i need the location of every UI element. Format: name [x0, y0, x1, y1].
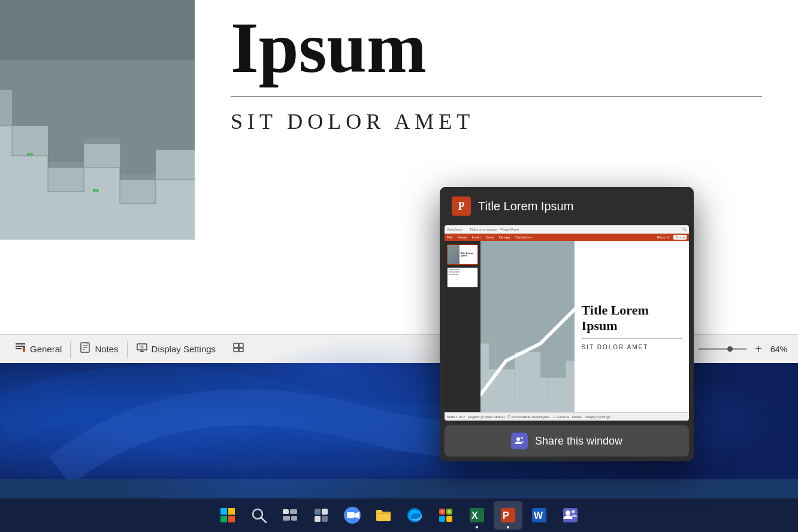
- svg-rect-51: [322, 509, 328, 515]
- svg-line-44: [261, 518, 266, 522]
- svg-rect-66: [448, 510, 451, 513]
- taskbar-icon-word[interactable]: W: [525, 501, 554, 530]
- svg-rect-48: [291, 516, 297, 521]
- excel-icon: X: [467, 506, 486, 525]
- slide-image: [0, 0, 195, 240]
- taskbar: ▤: [0, 498, 798, 532]
- svg-rect-29: [137, 344, 147, 350]
- slide-thumb-1[interactable]: Title Lorem Ipsum: [447, 244, 478, 265]
- search-icon: [249, 506, 268, 525]
- svg-rect-65: [441, 510, 443, 513]
- svg-point-32: [141, 346, 143, 348]
- popup-title: Title Lorem Ipsum: [478, 200, 573, 213]
- svg-rect-33: [234, 343, 238, 347]
- svg-rect-63: [439, 516, 445, 522]
- taskbar-icon-powerpoint[interactable]: P: [494, 501, 522, 530]
- display-settings-icon: [136, 341, 148, 356]
- taskbar-icon-taskview[interactable]: [276, 501, 304, 530]
- powerpoint-icon: P: [498, 506, 518, 525]
- share-window-label: Share this window: [535, 435, 622, 448]
- ppt-preview: AutoSave Title Loremipsum - PowerPoint 🔍…: [445, 225, 689, 421]
- svg-point-74: [566, 510, 570, 515]
- ppt-main-canvas: Title LoremIpsum SIT DOLOR AMET: [480, 241, 689, 412]
- svg-rect-47: [283, 516, 290, 521]
- teams-share-icon: [511, 433, 528, 449]
- svg-rect-35: [234, 348, 238, 352]
- ppt-canvas-title: Title LoremIpsum: [582, 303, 682, 334]
- windows-start-icon: [218, 506, 237, 525]
- widgets-icon: ▤: [312, 506, 331, 525]
- svg-rect-20: [16, 343, 25, 344]
- svg-rect-50: [315, 516, 321, 522]
- svg-rect-41: [220, 516, 227, 522]
- view-button[interactable]: [224, 335, 253, 363]
- ppt-canvas-image: [480, 241, 575, 412]
- svg-rect-22: [16, 348, 22, 349]
- svg-text:W: W: [534, 510, 543, 521]
- svg-text:P: P: [503, 510, 509, 521]
- svg-rect-59: [376, 510, 382, 513]
- svg-point-75: [572, 510, 575, 513]
- svg-text:▤: ▤: [316, 512, 320, 515]
- svg-rect-36: [239, 348, 243, 352]
- slide-panel: Title Lorem Ipsum Lorem ipsumdolor sit a…: [445, 241, 480, 412]
- taskbar-icon-start[interactable]: [213, 501, 242, 530]
- share-window-button[interactable]: Share this window: [445, 425, 689, 457]
- svg-text:X: X: [471, 510, 478, 521]
- svg-rect-40: [228, 508, 235, 515]
- taskbar-dot-excel: [476, 526, 478, 528]
- svg-rect-55: [347, 512, 355, 518]
- file-explorer-icon: [374, 506, 393, 525]
- display-settings-label: Display Settings: [152, 344, 216, 354]
- ppt-status-bar: Slide 1 of 2 English (United States) ☑ A…: [445, 412, 689, 421]
- store-icon: [436, 506, 455, 525]
- display-settings-button[interactable]: Display Settings: [128, 335, 225, 363]
- svg-rect-52: [322, 516, 328, 522]
- notes-button[interactable]: Notes: [71, 335, 126, 363]
- svg-rect-21: [16, 346, 25, 347]
- word-icon: W: [530, 506, 549, 525]
- popup-ppt-icon: P: [452, 197, 471, 216]
- svg-rect-23: [23, 347, 25, 352]
- taskbar-icon-search[interactable]: [244, 501, 273, 530]
- taskbar-icon-edge[interactable]: [400, 501, 429, 530]
- svg-rect-45: [283, 509, 289, 514]
- general-label: General: [30, 344, 62, 354]
- slide-thumb-2[interactable]: Lorem ipsumdolor sit ametconsectetur: [447, 267, 478, 288]
- zoom-icon: [343, 506, 362, 525]
- taskview-icon: [280, 506, 300, 525]
- view-icon: [232, 341, 244, 356]
- edge-icon: [405, 506, 424, 525]
- svg-point-83: [521, 437, 523, 439]
- svg-point-15: [28, 153, 32, 156]
- slide-divider: [231, 96, 762, 97]
- teams-icon: [561, 506, 580, 525]
- taskbar-icon-teams[interactable]: [556, 501, 585, 530]
- notes-label: Notes: [95, 344, 118, 354]
- slide-title: Ipsum: [231, 12, 762, 84]
- notes-icon: [79, 341, 91, 356]
- taskbar-icon-excel[interactable]: X: [463, 501, 491, 530]
- general-button[interactable]: General: [6, 335, 70, 363]
- svg-rect-39: [220, 508, 227, 515]
- taskbar-dot-powerpoint: [507, 526, 509, 528]
- svg-marker-28: [85, 343, 87, 345]
- svg-rect-42: [228, 516, 235, 522]
- popup-window: P Title Lorem Ipsum AutoSave Title Lorem…: [440, 187, 694, 461]
- zoom-percent: 64%: [770, 344, 792, 354]
- ppt-canvas-text: Title LoremIpsum SIT DOLOR AMET: [575, 241, 689, 412]
- taskbar-icon-explorer[interactable]: [369, 501, 398, 530]
- popup-header: P Title Lorem Ipsum: [440, 187, 694, 225]
- taskbar-icon-zoom[interactable]: [338, 501, 367, 530]
- ppt-canvas-subtitle: SIT DOLOR AMET: [582, 344, 682, 350]
- svg-rect-64: [446, 516, 452, 522]
- general-icon: [14, 341, 26, 356]
- taskbar-icon-widgets[interactable]: ▤: [307, 501, 335, 530]
- taskbar-icon-store[interactable]: [431, 501, 460, 530]
- zoom-plus-button[interactable]: +: [751, 341, 766, 357]
- svg-rect-34: [239, 343, 243, 347]
- svg-point-17: [94, 189, 98, 192]
- slide-subtitle: SIT DOLOR AMET: [231, 109, 762, 134]
- svg-point-82: [516, 437, 520, 441]
- svg-rect-46: [290, 509, 297, 514]
